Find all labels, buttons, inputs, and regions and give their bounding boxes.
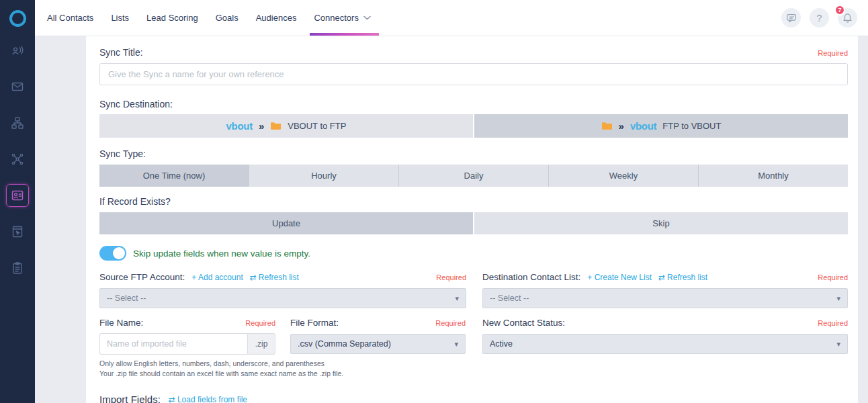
- vbout-wordmark: vbout: [630, 120, 656, 132]
- content-area: Sync Title: Required Sync Destination: v…: [35, 36, 868, 403]
- record-exists-options: Update Skip: [99, 212, 848, 234]
- chat-button[interactable]: [781, 8, 801, 28]
- folder-icon: [270, 122, 281, 130]
- vbout-logo-icon[interactable]: [0, 0, 35, 36]
- file-name-input[interactable]: [99, 333, 247, 355]
- sync-type-label: Sync Type:: [99, 148, 848, 159]
- dest-option-ftp-to-vbout[interactable]: » vbout FTP to VBOUT: [474, 114, 848, 138]
- new-contact-status-select-value: Active: [490, 339, 513, 349]
- contacts-icon[interactable]: [6, 184, 29, 207]
- refresh-destination-link[interactable]: ⇄Refresh list: [658, 273, 707, 282]
- required-badge: Required: [818, 319, 848, 327]
- sync-title-input[interactable]: [99, 63, 848, 85]
- caret-icon: ▾: [836, 294, 840, 303]
- destination-list-label: Destination Contact List:: [482, 272, 580, 282]
- sync-destination-options: vbout » VBOUT to FTP » vbout FTP to VBOU…: [99, 114, 848, 138]
- zip-suffix-addon: .zip: [247, 333, 275, 355]
- toggle-knob: [113, 247, 125, 259]
- landing-pages-icon[interactable]: [6, 220, 29, 243]
- sync-type-option-weekly[interactable]: Weekly: [549, 165, 699, 187]
- file-format-select-value: .csv (Comma Separated): [298, 339, 391, 349]
- nav-lists[interactable]: Lists: [111, 13, 129, 23]
- help-button[interactable]: ?: [810, 8, 829, 28]
- source-ftp-select-value: -- Select --: [107, 294, 146, 303]
- sync-type-option-one-time[interactable]: One Time (now): [99, 165, 249, 187]
- dest-option-label: VBOUT to FTP: [288, 121, 346, 131]
- new-contact-status-select[interactable]: Active ▾: [482, 334, 848, 354]
- destination-list-select-value: -- Select --: [490, 294, 529, 303]
- if-record-exists-label: If Record Exists?: [99, 196, 848, 207]
- refresh-icon: ⇄: [250, 273, 257, 282]
- nav-connectors-label: Connectors: [314, 13, 358, 23]
- refresh-icon: ⇄: [169, 395, 175, 403]
- bell-icon: [842, 13, 853, 24]
- notification-badge: 7: [834, 5, 845, 15]
- notifications-button[interactable]: 7: [838, 8, 857, 28]
- automation-icon[interactable]: [6, 111, 29, 134]
- nav-goals[interactable]: Goals: [216, 13, 238, 23]
- record-exists-option-skip[interactable]: Skip: [474, 212, 848, 234]
- add-account-link[interactable]: + Add account: [191, 273, 243, 282]
- forms-icon[interactable]: [6, 257, 29, 279]
- vbout-wordmark: vbout: [226, 120, 253, 132]
- nav-lead-scoring[interactable]: Lead Scoring: [146, 13, 198, 23]
- double-arrow-icon: »: [619, 120, 624, 132]
- caret-icon: ▾: [455, 294, 459, 303]
- nav-audiences[interactable]: Audiences: [256, 13, 297, 23]
- sync-type-option-hourly[interactable]: Hourly: [249, 165, 399, 187]
- sync-type-option-monthly[interactable]: Monthly: [699, 165, 848, 187]
- caret-icon: ▾: [454, 340, 458, 349]
- email-icon[interactable]: [6, 75, 29, 98]
- dest-option-vbout-to-ftp[interactable]: vbout » VBOUT to FTP: [99, 114, 473, 138]
- top-navigation: All Contacts Lists Lead Scoring Goals Au…: [35, 0, 868, 36]
- refresh-source-link[interactable]: ⇄Refresh list: [250, 273, 299, 282]
- required-badge: Required: [435, 319, 466, 327]
- load-fields-link[interactable]: ⇄Load fields from file: [169, 395, 247, 403]
- file-format-select[interactable]: .csv (Comma Separated) ▾: [290, 334, 466, 354]
- social-media-icon[interactable]: [6, 39, 29, 62]
- required-badge: Required: [818, 273, 848, 281]
- file-name-help-1: Only allow English letters, numbers, das…: [99, 359, 275, 367]
- required-badge: Required: [436, 273, 466, 281]
- new-contact-status-label: New Contact Status:: [482, 318, 565, 328]
- create-new-list-link[interactable]: + Create New List: [587, 273, 652, 282]
- import-fields-label: Import Fields:: [99, 394, 161, 403]
- sync-title-label: Sync Title:: [99, 47, 143, 58]
- sync-form-panel: Sync Title: Required Sync Destination: v…: [86, 36, 858, 403]
- sync-destination-label: Sync Destination:: [99, 99, 848, 109]
- double-arrow-icon: »: [259, 120, 264, 132]
- sync-type-option-daily[interactable]: Daily: [399, 165, 549, 187]
- integrations-icon[interactable]: [6, 148, 29, 171]
- nav-connectors[interactable]: Connectors: [314, 0, 370, 36]
- chevron-down-icon: [363, 15, 371, 20]
- skip-update-toggle[interactable]: [99, 246, 126, 261]
- sidebar: [0, 0, 35, 403]
- active-tab-underline: [310, 33, 378, 36]
- file-name-help-2: Your .zip file should contain an excel f…: [99, 369, 275, 377]
- file-format-label: File Format:: [290, 318, 339, 328]
- refresh-icon: ⇄: [658, 273, 665, 282]
- chat-icon: [786, 13, 797, 24]
- required-badge: Required: [818, 49, 848, 57]
- record-exists-option-update[interactable]: Update: [99, 212, 473, 234]
- source-ftp-select[interactable]: -- Select -- ▾: [99, 288, 466, 308]
- caret-icon: ▾: [836, 340, 840, 349]
- dest-option-label: FTP to VBOUT: [662, 121, 721, 131]
- help-icon: ?: [817, 13, 822, 24]
- file-name-label: File Name:: [99, 318, 143, 328]
- nav-all-contacts[interactable]: All Contacts: [47, 13, 93, 23]
- folder-icon: [601, 122, 613, 130]
- source-ftp-label: Source FTP Account:: [99, 272, 185, 282]
- destination-list-select[interactable]: -- Select -- ▾: [482, 288, 848, 308]
- required-badge: Required: [245, 319, 275, 327]
- sync-type-options: One Time (now) Hourly Daily Weekly Month…: [99, 165, 848, 187]
- skip-update-toggle-label: Skip update fields when new value is emp…: [133, 249, 310, 259]
